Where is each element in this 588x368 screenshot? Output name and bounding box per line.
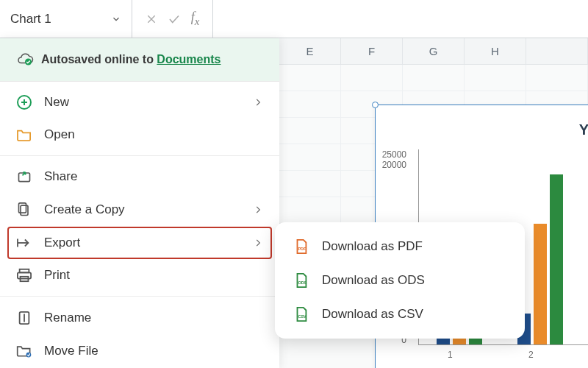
formula-bar-row: Chart 1 fx <box>0 0 588 38</box>
menu-item-rename[interactable]: Rename <box>0 301 279 335</box>
menu-item-open[interactable]: Open <box>0 118 279 151</box>
folder-open-icon <box>16 128 32 141</box>
chevron-right-icon <box>253 97 263 107</box>
folder-move-icon <box>16 344 32 358</box>
export-csv-item[interactable]: CSV Download as CSV <box>279 297 520 331</box>
cancel-icon[interactable] <box>146 13 157 25</box>
export-ods-item[interactable]: ODS Download as ODS <box>279 263 520 297</box>
menu-item-label: Print <box>44 268 70 283</box>
menu-item-label: Export <box>44 236 80 250</box>
column-header[interactable]: F <box>341 38 403 64</box>
export-icon <box>16 236 32 250</box>
menu-item-label: Move File <box>44 344 98 358</box>
name-box-value: Chart 1 <box>10 12 51 26</box>
submenu-label: Download as PDF <box>322 239 423 254</box>
autosave-status: Autosaved online to Documents <box>0 38 279 82</box>
svg-text:CSV: CSV <box>298 314 306 319</box>
menu-item-label: Rename <box>44 311 91 325</box>
cloud-check-icon <box>16 52 34 68</box>
chevron-right-icon <box>253 238 263 248</box>
x-tick: 2 <box>528 350 534 360</box>
menu-item-share[interactable]: Share <box>0 160 279 193</box>
chart-bar <box>550 174 563 344</box>
menu-item-export[interactable]: Export <box>7 227 272 259</box>
name-box[interactable]: Chart 1 <box>0 0 132 38</box>
chart-bar <box>534 224 547 344</box>
y-tick: 20000 <box>382 160 411 170</box>
printer-icon <box>16 268 32 283</box>
share-icon <box>16 169 32 184</box>
formula-input[interactable] <box>213 0 588 38</box>
column-headers: E F G H <box>279 38 588 65</box>
plus-circle-icon <box>16 95 32 110</box>
rename-icon <box>16 310 32 326</box>
copy-icon <box>16 202 32 218</box>
formula-bar-controls: fx <box>132 0 213 38</box>
column-header[interactable] <box>526 38 588 64</box>
autosave-label: Autosaved online to Documents <box>41 53 220 66</box>
column-header[interactable]: H <box>465 38 526 64</box>
check-icon[interactable] <box>168 13 181 26</box>
menu-item-label: New <box>44 95 69 110</box>
chevron-down-icon <box>111 14 121 24</box>
export-submenu: PDF Download as PDF ODS Download as ODS … <box>275 222 525 339</box>
menu-item-move[interactable]: Move File <box>0 335 279 367</box>
export-pdf-item[interactable]: PDF Download as PDF <box>279 230 520 263</box>
svg-rect-4 <box>21 205 28 215</box>
menu-item-new[interactable]: New <box>0 86 279 118</box>
chevron-right-icon <box>253 205 263 215</box>
autosave-documents-link[interactable]: Documents <box>157 53 220 66</box>
chart-title: Ye <box>579 121 588 138</box>
menu-item-label: Create a Copy <box>44 202 125 217</box>
submenu-label: Download as ODS <box>322 273 425 288</box>
column-header[interactable]: E <box>279 38 341 64</box>
menu-item-label: Open <box>44 127 75 142</box>
column-header[interactable]: G <box>403 38 465 64</box>
resize-handle[interactable] <box>372 102 379 108</box>
csv-file-icon: CSV <box>293 307 310 322</box>
menu-item-label: Share <box>44 169 77 184</box>
file-menu: Autosaved online to Documents New Open S… <box>0 38 279 368</box>
menu-item-copy[interactable]: Create a Copy <box>0 193 279 227</box>
svg-text:PDF: PDF <box>298 247 306 251</box>
pdf-file-icon: PDF <box>293 239 310 254</box>
submenu-label: Download as CSV <box>322 307 423 322</box>
x-tick: 1 <box>448 350 453 360</box>
svg-text:ODS: ODS <box>298 280 306 285</box>
menu-item-print[interactable]: Print <box>0 259 279 291</box>
fx-icon[interactable]: fx <box>191 10 200 28</box>
y-tick: 25000 <box>382 149 411 160</box>
ods-file-icon: ODS <box>293 273 310 288</box>
svg-rect-5 <box>19 203 26 213</box>
